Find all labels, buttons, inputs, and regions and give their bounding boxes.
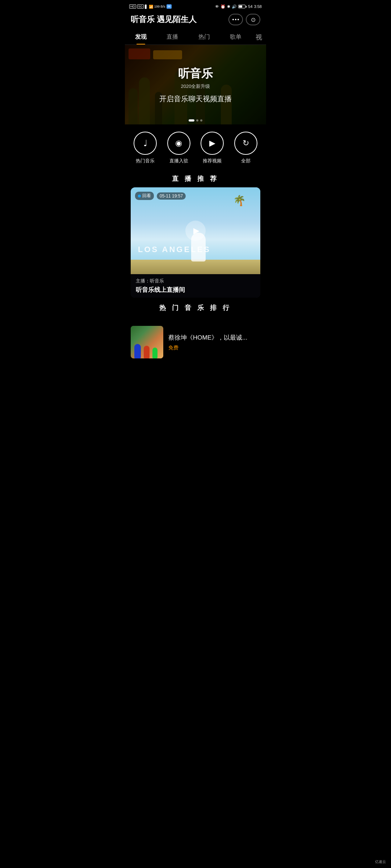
hot-music-section-title: 热 门 音 乐 排 行: [125, 298, 266, 316]
notification-icon: ✉: [167, 4, 172, 9]
battery-indicator: [238, 5, 247, 8]
banner-background: 听音乐 2020全新升级 开启音乐聊天视频直播: [125, 45, 266, 124]
battery-percent: 54: [248, 4, 252, 9]
dot3: [237, 19, 239, 20]
bluetooth-icon: ✱: [227, 4, 230, 9]
more-tab-label: 视: [256, 33, 262, 42]
action-hot-music[interactable]: ♩ 热门音乐: [134, 132, 157, 164]
banner-description: 开启音乐聊天视频直播: [159, 94, 232, 104]
banner-overlay: 听音乐 2020全新升级 开启音乐聊天视频直播: [125, 45, 266, 124]
signal-icon: ▋: [145, 5, 148, 9]
action-recommended-video[interactable]: ▶ 推荐视频: [201, 132, 224, 164]
recommended-video-label: 推荐视频: [203, 158, 222, 164]
music-cover: ▶: [131, 326, 163, 358]
status-left: HD 5G ▋ 📶 199 B/s ✉: [129, 4, 172, 9]
camera-button[interactable]: ⊙: [246, 14, 260, 25]
palm-tree: 🌴: [233, 195, 246, 207]
banner[interactable]: 听音乐 2020全新升级 开启音乐聊天视频直播: [125, 45, 266, 124]
status-right: 👁 ⏰ ✱ 🔊 54 3:58: [215, 4, 262, 9]
more-button[interactable]: [228, 14, 243, 25]
live-card[interactable]: 🌴 LOS ANGELES ▶ 回看 05-11 19:57 主播：听音乐 听音…: [131, 187, 260, 298]
hd-indicator: HD: [129, 4, 136, 9]
tab-more[interactable]: 视: [252, 30, 266, 44]
alarm-icon: ⏰: [220, 4, 226, 9]
live-host: 主播：听音乐: [136, 278, 255, 284]
music-item[interactable]: ▶ 蔡徐坤《HOME》，以最诚... 免费: [131, 322, 260, 362]
all-label: 全部: [241, 158, 251, 164]
banner-title: 听音乐: [178, 66, 213, 82]
camera-icon: ⊙: [251, 16, 256, 23]
nav-tabs: 发现 直播 热门 歌单 视: [125, 30, 266, 45]
music-free-tag: 免费: [168, 345, 260, 351]
header-actions: ⊙: [228, 14, 260, 25]
banner-dot-2: [196, 119, 198, 122]
action-all[interactable]: ↻ 全部: [234, 132, 257, 164]
live-tag: 回看 05-11 19:57: [135, 192, 186, 200]
tab-playlist[interactable]: 歌单: [220, 30, 252, 44]
music-info: 蔡徐坤《HOME》，以最诚... 免费: [168, 333, 260, 351]
data-speed: 199 B/s: [154, 5, 165, 8]
recommended-video-icon: ▶: [201, 132, 224, 155]
play-icon: ▶: [193, 226, 199, 235]
replay-label: 回看: [142, 193, 151, 199]
tab-live[interactable]: 直播: [157, 30, 189, 44]
eye-icon: 👁: [215, 4, 219, 9]
tab-hot[interactable]: 热门: [188, 30, 220, 44]
all-icon: ↻: [234, 132, 257, 155]
tab-discover[interactable]: 发现: [125, 30, 157, 44]
live-entry-icon: ◉: [167, 132, 190, 155]
status-bar: HD 5G ▋ 📶 199 B/s ✉ 👁 ⏰ ✱ 🔊 54 3:58: [125, 0, 266, 12]
dot1: [232, 19, 234, 20]
wifi-icon: 📶: [149, 5, 153, 9]
banner-subtitle: 2020全新升级: [181, 83, 210, 90]
live-entry-label: 直播入驻: [169, 158, 188, 164]
volume-icon: 🔊: [232, 4, 237, 9]
dot2: [235, 19, 236, 20]
replay-badge: 回看: [135, 192, 154, 200]
play-button[interactable]: ▶: [185, 221, 206, 241]
app-title: 听音乐 遇见陌生人: [131, 14, 197, 25]
quick-actions: ♩ 热门音乐 ◉ 直播入驻 ▶ 推荐视频 ↻ 全部: [125, 124, 266, 169]
live-time: 05-11 19:57: [157, 192, 186, 200]
ground-strip: [131, 260, 260, 274]
hot-music-section: ▶ 蔡徐坤《HOME》，以最诚... 免费: [125, 316, 266, 362]
live-room-name: 听音乐线上直播间: [136, 286, 255, 294]
hot-music-label: 热门音乐: [136, 158, 155, 164]
banner-dots: [189, 119, 202, 122]
time-display: 3:58: [254, 4, 262, 9]
action-live-entry[interactable]: ◉ 直播入驻: [167, 132, 190, 164]
live-section-title: 直 播 推 荐: [125, 169, 266, 187]
header: 听音乐 遇见陌生人 ⊙: [125, 12, 266, 30]
location-text: LOS ANGELES: [131, 245, 260, 254]
live-dot-indicator: [138, 195, 141, 197]
music-title: 蔡徐坤《HOME》，以最诚...: [168, 333, 260, 342]
live-video-area: 🌴 LOS ANGELES ▶ 回看 05-11 19:57: [131, 187, 260, 274]
hot-music-icon: ♩: [134, 132, 157, 155]
banner-dot-3: [200, 119, 202, 122]
live-info: 主播：听音乐 听音乐线上直播间: [131, 274, 260, 298]
network-indicator: 5G: [137, 4, 144, 9]
cover-figures: [134, 344, 157, 358]
banner-dot-1: [189, 119, 194, 122]
